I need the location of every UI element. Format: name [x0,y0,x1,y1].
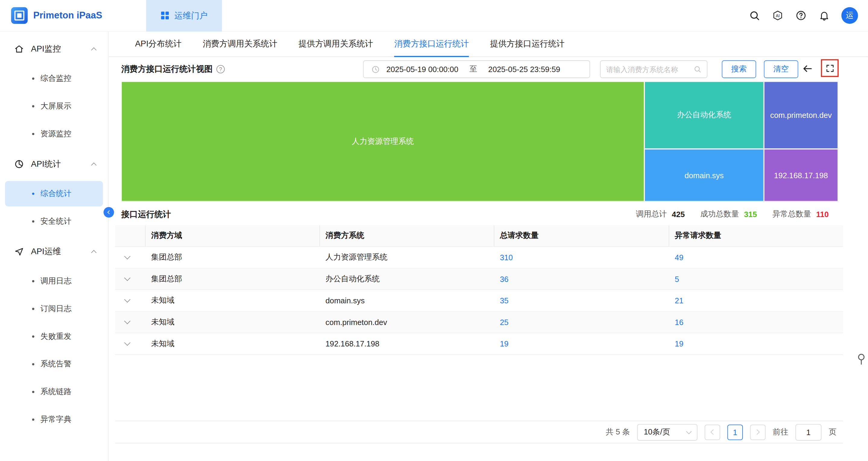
row-expand-chevron-icon[interactable] [124,253,130,259]
sidebar-item-security-stats[interactable]: 安全统计 [5,209,103,234]
treemap-cell-label: 办公自动化系统 [677,110,731,120]
run-stats-table: 消费方域 消费方系统 总请求数量 异常请求数量 集团总部 人力资源管理系统 31… [115,225,843,355]
treemap-cell[interactable]: 192.168.17.198 [764,149,838,202]
sidebar-group-label: API运维 [31,246,85,256]
cell-domain: 未知域 [146,333,320,354]
treemap-cell[interactable]: 人力资源管理系统 [121,82,644,202]
sidebar-item-comprehensive-monitor[interactable]: 综合监控 [5,66,103,91]
sidebar-item-label: 安全统计 [40,216,71,226]
page-size-select[interactable]: 10条/页 [637,424,698,440]
cell-errors-link[interactable]: 16 [675,318,683,327]
search-input[interactable] [606,65,693,73]
sidebar-group-api-ops[interactable]: API运维 [0,236,108,266]
date-end-value[interactable]: 2025-05-25 23:59:59 [488,65,560,73]
user-avatar[interactable]: 运 [841,7,858,24]
tab-provider-call-relation[interactable]: 提供方调用关系统计 [299,39,373,57]
table-header-row: 消费方域 消费方系统 总请求数量 异常请求数量 [115,225,843,247]
table-row: 未知域 192.168.17.198 19 19 [115,333,843,355]
cell-total-link[interactable]: 310 [500,253,513,262]
sidebar-item-failure-retry[interactable]: 失败重发 [5,324,103,349]
cell-domain: 集团总部 [146,268,320,289]
info-icon[interactable]: ? [216,65,225,73]
cell-total-link[interactable]: 36 [500,275,508,283]
date-separator: 至 [458,64,488,74]
next-page-button[interactable] [750,424,766,439]
pagination-total: 共 5 条 [606,427,630,437]
sidebar-group-label: API监控 [31,43,85,54]
sidebar-collapse-toggle[interactable] [103,207,114,218]
table-row: 集团总部 办公自动化系统 36 5 [115,268,843,290]
search-icon[interactable] [748,9,761,22]
main-content: API分布统计 消费方调用关系统计 提供方调用关系统计 消费方接口运行统计 提供… [109,32,868,461]
prev-page-button[interactable] [705,424,720,439]
cell-total-link[interactable]: 25 [500,318,508,327]
row-expand-chevron-icon[interactable] [124,318,130,324]
date-range-picker[interactable]: 2025-05-19 00:00:00 至 2025-05-25 23:59:5… [363,60,590,78]
tab-provider-api-run-stats[interactable]: 提供方接口运行统计 [490,39,565,57]
date-start-value[interactable]: 2025-05-19 00:00:00 [386,65,459,73]
brand-logo-icon [11,7,28,24]
stat-success-value: 315 [744,210,757,219]
bullet-icon [32,193,34,195]
bullet-icon [32,105,34,107]
treemap-cell-label: 192.168.17.198 [774,171,828,179]
sidebar-item-system-links[interactable]: 系统链路 [5,379,103,405]
help-icon[interactable] [795,9,807,22]
portal-tab-ops[interactable]: 运维门户 [146,0,222,31]
tab-consumer-call-relation[interactable]: 消费方调用关系统计 [203,39,277,57]
pie-chart-icon [14,159,24,168]
column-header-expand [115,225,146,246]
floating-pin-icon[interactable] [856,353,866,366]
cell-errors-link[interactable]: 49 [675,253,683,262]
sidebar-item-subscription-logs[interactable]: 订阅日志 [5,296,103,321]
row-expand-chevron-icon[interactable] [124,296,130,303]
sidebar-item-big-screen[interactable]: 大屏展示 [5,93,103,119]
consumer-system-treemap: 人力资源管理系统 办公自动化系统 com.primeton.dev domain… [121,82,838,202]
table-row: 未知域 domain.sys 35 21 [115,290,843,312]
app-window: Primeton iPaaS 运维门户 AI 运 [0,0,868,461]
fullscreen-icon[interactable] [825,63,835,73]
treemap-cell[interactable]: 办公自动化系统 [644,82,764,149]
clear-button[interactable]: 清空 [764,60,798,78]
chevron-up-icon [91,250,96,255]
notification-bell-icon[interactable] [818,9,830,22]
treemap-cell[interactable]: com.primeton.dev [764,82,838,149]
cell-errors-link[interactable]: 5 [675,275,679,283]
row-expand-chevron-icon[interactable] [124,275,130,281]
bullet-icon [32,336,34,338]
treemap-cell[interactable]: domain.sys [644,149,764,202]
search-button[interactable]: 搜索 [722,60,756,78]
column-header-domain: 消费方域 [146,225,320,246]
sidebar-group-api-monitor[interactable]: API监控 [0,34,108,64]
clock-icon [371,65,380,73]
sidebar-item-error-dictionary[interactable]: 异常字典 [5,407,103,432]
cell-total-link[interactable]: 19 [500,339,508,348]
tab-consumer-api-run-stats[interactable]: 消费方接口运行统计 [394,39,469,57]
sidebar-group-api-stats[interactable]: API统计 [0,149,108,179]
cell-errors-link[interactable]: 19 [675,339,683,348]
cell-total-link[interactable]: 35 [500,296,508,305]
back-arrow-icon[interactable] [802,63,814,75]
section-title: 接口运行统计 [121,209,171,219]
stat-error-label: 异常总数量 [772,209,811,219]
sidebar-item-label: 系统链路 [40,387,71,397]
sidebar-item-call-logs[interactable]: 调用日志 [5,268,103,294]
page-number-current[interactable]: 1 [727,424,743,439]
sidebar-item-resource-monitor[interactable]: 资源监控 [5,121,103,147]
sidebar-item-system-alerts[interactable]: 系统告警 [5,351,103,377]
tab-api-distribution[interactable]: API分布统计 [135,39,182,57]
chevron-down-icon [686,428,692,434]
sidebar-item-comprehensive-stats[interactable]: 综合统计 [5,181,103,206]
goto-page-input[interactable] [795,424,821,440]
bullet-icon [32,308,34,310]
ai-assistant-icon[interactable]: AI [772,9,783,22]
sidebar-item-label: 订阅日志 [40,304,71,314]
stat-total-label: 调用总计 [636,209,667,219]
stat-total-value: 425 [672,210,685,219]
cell-errors-link[interactable]: 21 [675,296,683,305]
row-expand-chevron-icon[interactable] [124,339,130,346]
chevron-left-icon [107,211,111,214]
bullet-icon [32,391,34,393]
column-header-system: 消费方系统 [320,225,494,246]
column-header-error-requests: 异常请求数量 [669,225,843,246]
